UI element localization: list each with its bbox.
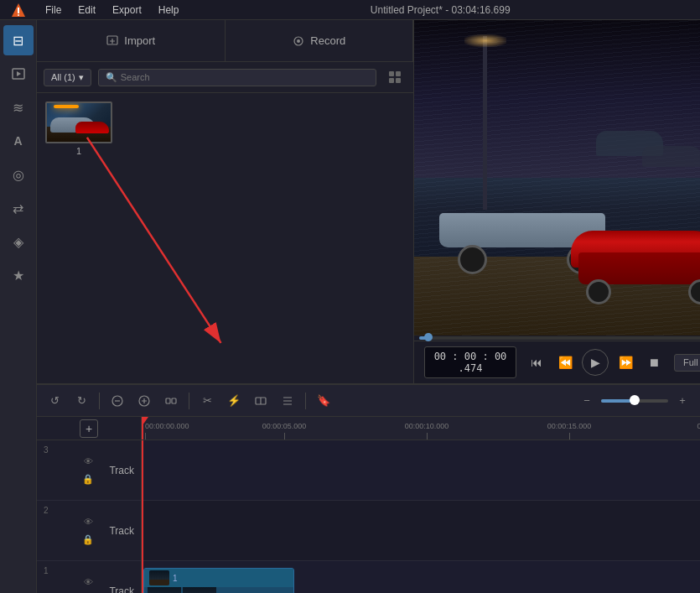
track-3-lock-button[interactable]: 🔒	[80, 472, 96, 487]
svg-rect-9	[389, 78, 394, 83]
media-filter-bar: All (1) ▾ 🔍	[37, 62, 413, 93]
track-1-visibility-button[interactable]: 👁	[80, 575, 96, 590]
track-number-2: 2	[44, 506, 49, 515]
sidebar-icon-effects[interactable]: ◎	[3, 159, 34, 190]
track-row-1[interactable]: 1	[142, 561, 700, 593]
track-number-1: 1	[44, 566, 49, 575]
zoom-slider[interactable]	[601, 399, 668, 403]
sidebar-icon-star[interactable]: ★	[3, 260, 34, 290]
main-layout: ⊟ ≋ A ◎ ⇄ ◈ ★ Im	[0, 20, 700, 593]
sidebar-icon-text[interactable]: A	[3, 126, 34, 156]
track-row-2[interactable]	[142, 501, 700, 561]
svg-rect-15	[166, 398, 170, 403]
crop-button[interactable]	[277, 390, 298, 412]
track-clip-1[interactable]: 1	[143, 568, 294, 593]
timeline-ruler: 00:00:00.000 00:00:05.000 00:00:10.000 0…	[142, 417, 700, 440]
app-logo	[7, 0, 30, 20]
ruler-tick-10	[427, 433, 428, 440]
media-thumbnail	[45, 101, 112, 143]
light-pole	[483, 36, 487, 210]
playhead-ruler[interactable]	[142, 417, 143, 440]
clip-thumbnail-strip	[144, 587, 293, 593]
zoom-control: − +	[576, 390, 693, 412]
track-2-lock-button[interactable]: 🔒	[80, 533, 96, 548]
window-title: Untitled Project* - 03:04:16.699	[187, 4, 693, 16]
timeline-content: 00:00:00.000 00:00:05.000 00:00:10.000 0…	[142, 417, 700, 593]
group-button[interactable]	[160, 390, 182, 412]
svg-rect-10	[396, 78, 401, 83]
record-button[interactable]: Record	[226, 20, 414, 61]
sidebar-icon-media[interactable]	[3, 59, 34, 89]
remove-button[interactable]	[106, 390, 128, 412]
track-label-3: 3 👁 🔒 Track	[37, 440, 141, 501]
step-back-button[interactable]: ⏮	[525, 351, 548, 374]
sidebar-icon-filter[interactable]: ◈	[3, 226, 34, 257]
quality-label: Full	[683, 357, 698, 367]
grid-toggle-button[interactable]	[383, 67, 407, 87]
thumbnail-bg	[47, 103, 111, 142]
zoom-out-button[interactable]: −	[576, 390, 598, 412]
search-input[interactable]	[121, 72, 369, 82]
quality-button[interactable]: Full ▾	[674, 354, 700, 372]
marker-button[interactable]: 🔖	[313, 390, 334, 412]
track-2-icons: 👁 🔒	[80, 514, 96, 548]
play-button[interactable]: ▶	[582, 349, 609, 376]
svg-point-6	[297, 39, 300, 43]
clip-header: 1	[144, 569, 293, 587]
timeline-toolbar: ↺ ↻	[37, 385, 700, 417]
track-labels: + 3 👁 🔒 Track 2	[37, 417, 142, 593]
add-track-button[interactable]: +	[80, 419, 98, 438]
timeline-area: ↺ ↻	[37, 383, 700, 593]
toolbar-separator-1	[99, 393, 100, 409]
menu-file[interactable]: File	[37, 3, 70, 18]
red-car	[571, 231, 700, 298]
zoom-slider-handle[interactable]	[630, 395, 640, 405]
filter-dropdown[interactable]: All (1) ▾	[44, 69, 91, 86]
clip-mini-thumb	[149, 570, 169, 585]
light-glow	[464, 34, 506, 47]
sidebar-icon-audio[interactable]: ≋	[3, 92, 34, 122]
lightning-button[interactable]: ⚡	[223, 390, 245, 412]
playhead-line	[142, 440, 143, 593]
menu-edit[interactable]: Edit	[70, 3, 104, 18]
dropdown-arrow-icon: ▾	[79, 72, 84, 83]
track-name-2: Track	[109, 525, 134, 537]
sidebar-icon-layers[interactable]: ⊟	[3, 25, 34, 55]
media-toolbar: Import Record	[37, 20, 413, 62]
rewind-button[interactable]: ⏪	[553, 351, 577, 374]
track-2-visibility-button[interactable]: 👁	[80, 514, 96, 529]
track-label-2: 2 👁 🔒 Track	[37, 501, 141, 561]
media-item[interactable]: 1	[45, 101, 112, 156]
track-name-1: Track	[109, 585, 134, 594]
fast-forward-button[interactable]: ⏩	[614, 351, 637, 374]
media-item-number: 1	[45, 146, 112, 156]
stop-button[interactable]: ⏹	[642, 351, 666, 374]
menu-export[interactable]: Export	[104, 3, 150, 18]
timeline-tracks: + 3 👁 🔒 Track 2	[37, 417, 700, 593]
track-label-1: 1 👁 🔒 Track	[37, 561, 141, 593]
track-row-3[interactable]	[142, 440, 700, 501]
track-3-visibility-button[interactable]: 👁	[80, 454, 96, 469]
zoom-in-button[interactable]: +	[671, 390, 693, 412]
track-label-header: +	[37, 417, 141, 440]
import-button[interactable]: Import	[37, 20, 226, 61]
search-box[interactable]: 🔍	[98, 69, 376, 86]
cut-button[interactable]: ✂	[196, 390, 218, 412]
timeline-tracks-content: 1	[142, 440, 700, 593]
menu-help[interactable]: Help	[150, 3, 188, 18]
progress-handle[interactable]	[424, 333, 433, 341]
playhead-triangle	[142, 417, 148, 425]
ruler-tick-5	[284, 433, 285, 440]
sidebar-icon-transitions[interactable]: ⇄	[3, 193, 34, 223]
ruler-mark-5: 00:00:05.000	[262, 422, 307, 430]
svg-rect-8	[396, 71, 401, 76]
preview-controls: 00 : 00 : 00 .474 ⏮ ⏪ ▶ ⏩ ⏹ Full ▾	[414, 341, 700, 383]
menu-bar: File Edit Export Help Untitled Project* …	[0, 0, 700, 20]
undo-button[interactable]: ↺	[44, 390, 65, 412]
bg-car-2	[642, 146, 700, 167]
progress-track[interactable]	[419, 336, 700, 340]
redo-button[interactable]: ↻	[70, 390, 92, 412]
add-button[interactable]	[133, 390, 155, 412]
split-button[interactable]	[250, 390, 272, 412]
preview-scene	[414, 20, 700, 336]
